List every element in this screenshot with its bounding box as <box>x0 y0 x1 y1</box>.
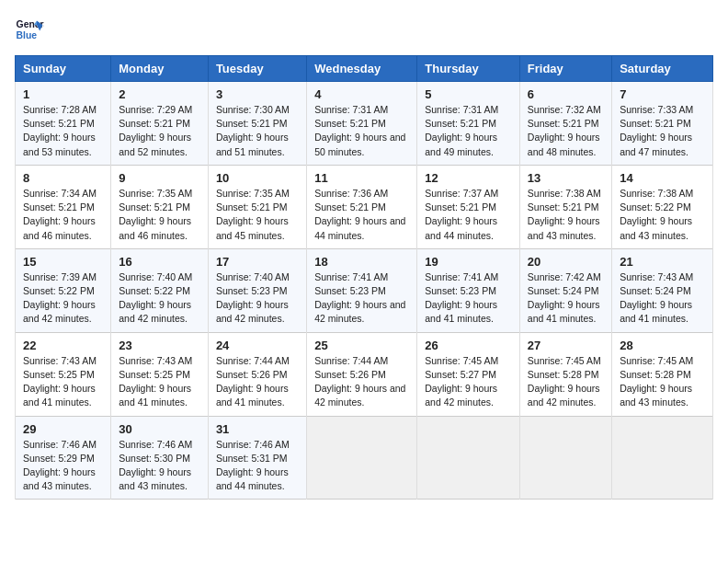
day-number: 7 <box>620 87 705 101</box>
day-info: Sunrise: 7:43 AMSunset: 5:25 PMDaylight:… <box>23 354 103 410</box>
day-info: Sunrise: 7:43 AMSunset: 5:24 PMDaylight:… <box>620 270 705 327</box>
day-number: 24 <box>216 339 299 352</box>
day-number: 17 <box>216 255 299 269</box>
col-header-saturday: Saturday <box>612 56 713 82</box>
day-number: 30 <box>119 422 200 436</box>
day-number: 28 <box>620 339 705 352</box>
day-info: Sunrise: 7:45 AMSunset: 5:27 PMDaylight:… <box>425 354 512 410</box>
calendar-cell: 19Sunrise: 7:41 AMSunset: 5:23 PMDayligh… <box>417 248 520 332</box>
col-header-thursday: Thursday <box>417 56 520 82</box>
day-info: Sunrise: 7:38 AMSunset: 5:21 PMDaylight:… <box>528 187 604 243</box>
day-number: 5 <box>425 87 512 101</box>
day-number: 18 <box>314 255 409 269</box>
day-info: Sunrise: 7:46 AMSunset: 5:31 PMDaylight:… <box>216 438 299 494</box>
day-info: Sunrise: 7:45 AMSunset: 5:28 PMDaylight:… <box>528 354 604 410</box>
calendar-cell <box>417 416 520 500</box>
day-number: 6 <box>528 87 604 101</box>
logo-icon: General Blue <box>15 15 44 44</box>
calendar-cell <box>612 416 713 500</box>
day-info: Sunrise: 7:46 AMSunset: 5:30 PMDaylight:… <box>119 438 200 494</box>
col-header-monday: Monday <box>111 56 209 82</box>
day-info: Sunrise: 7:36 AMSunset: 5:21 PMDaylight:… <box>314 187 409 243</box>
day-info: Sunrise: 7:28 AMSunset: 5:21 PMDaylight:… <box>23 103 103 159</box>
day-info: Sunrise: 7:40 AMSunset: 5:22 PMDaylight:… <box>119 270 200 327</box>
day-number: 23 <box>119 339 200 352</box>
day-number: 15 <box>23 255 103 269</box>
calendar-cell: 10Sunrise: 7:35 AMSunset: 5:21 PMDayligh… <box>208 165 306 248</box>
calendar-cell: 29Sunrise: 7:46 AMSunset: 5:29 PMDayligh… <box>16 416 111 500</box>
day-number: 3 <box>216 87 299 101</box>
calendar-cell: 20Sunrise: 7:42 AMSunset: 5:24 PMDayligh… <box>519 248 611 332</box>
day-number: 16 <box>119 255 200 269</box>
day-number: 20 <box>528 255 604 269</box>
day-number: 11 <box>314 171 409 185</box>
day-number: 22 <box>23 339 103 352</box>
calendar-cell: 9Sunrise: 7:35 AMSunset: 5:21 PMDaylight… <box>111 165 209 248</box>
calendar-cell: 11Sunrise: 7:36 AMSunset: 5:21 PMDayligh… <box>307 165 417 248</box>
day-info: Sunrise: 7:40 AMSunset: 5:23 PMDaylight:… <box>216 270 299 327</box>
day-number: 31 <box>216 422 299 436</box>
calendar-cell: 5Sunrise: 7:31 AMSunset: 5:21 PMDaylight… <box>417 82 520 166</box>
day-info: Sunrise: 7:39 AMSunset: 5:22 PMDaylight:… <box>23 270 103 327</box>
calendar-cell: 3Sunrise: 7:30 AMSunset: 5:21 PMDaylight… <box>208 82 306 166</box>
day-info: Sunrise: 7:35 AMSunset: 5:21 PMDaylight:… <box>216 187 299 243</box>
calendar-cell: 4Sunrise: 7:31 AMSunset: 5:21 PMDaylight… <box>307 82 417 166</box>
calendar-cell: 25Sunrise: 7:44 AMSunset: 5:26 PMDayligh… <box>307 332 417 416</box>
day-number: 1 <box>23 87 103 101</box>
day-info: Sunrise: 7:35 AMSunset: 5:21 PMDaylight:… <box>119 187 200 243</box>
calendar-cell: 7Sunrise: 7:33 AMSunset: 5:21 PMDaylight… <box>612 82 713 166</box>
day-number: 14 <box>620 171 705 185</box>
calendar-cell: 24Sunrise: 7:44 AMSunset: 5:26 PMDayligh… <box>208 332 306 416</box>
day-number: 21 <box>620 255 705 269</box>
day-number: 9 <box>119 171 200 185</box>
day-number: 25 <box>314 339 409 352</box>
calendar-cell: 26Sunrise: 7:45 AMSunset: 5:27 PMDayligh… <box>417 332 520 416</box>
day-info: Sunrise: 7:44 AMSunset: 5:26 PMDaylight:… <box>314 354 409 410</box>
calendar-cell: 27Sunrise: 7:45 AMSunset: 5:28 PMDayligh… <box>519 332 611 416</box>
col-header-friday: Friday <box>519 56 611 82</box>
calendar-cell: 1Sunrise: 7:28 AMSunset: 5:21 PMDaylight… <box>16 82 111 166</box>
day-number: 27 <box>528 339 604 352</box>
day-info: Sunrise: 7:34 AMSunset: 5:21 PMDaylight:… <box>23 187 103 243</box>
calendar-cell: 2Sunrise: 7:29 AMSunset: 5:21 PMDaylight… <box>111 82 209 166</box>
day-info: Sunrise: 7:41 AMSunset: 5:23 PMDaylight:… <box>314 270 409 327</box>
day-info: Sunrise: 7:30 AMSunset: 5:21 PMDaylight:… <box>216 103 299 159</box>
calendar-cell: 12Sunrise: 7:37 AMSunset: 5:21 PMDayligh… <box>417 165 520 248</box>
day-info: Sunrise: 7:33 AMSunset: 5:21 PMDaylight:… <box>620 103 705 159</box>
calendar-cell: 30Sunrise: 7:46 AMSunset: 5:30 PMDayligh… <box>111 416 209 500</box>
calendar-cell: 28Sunrise: 7:45 AMSunset: 5:28 PMDayligh… <box>612 332 713 416</box>
logo: General Blue <box>15 15 51 44</box>
day-info: Sunrise: 7:29 AMSunset: 5:21 PMDaylight:… <box>119 103 200 159</box>
calendar-cell: 6Sunrise: 7:32 AMSunset: 5:21 PMDaylight… <box>519 82 611 166</box>
calendar-cell: 23Sunrise: 7:43 AMSunset: 5:25 PMDayligh… <box>111 332 209 416</box>
calendar-week-1: 1Sunrise: 7:28 AMSunset: 5:21 PMDaylight… <box>16 82 713 166</box>
calendar-cell: 17Sunrise: 7:40 AMSunset: 5:23 PMDayligh… <box>208 248 306 332</box>
calendar-cell: 8Sunrise: 7:34 AMSunset: 5:21 PMDaylight… <box>16 165 111 248</box>
day-info: Sunrise: 7:45 AMSunset: 5:28 PMDaylight:… <box>620 354 705 410</box>
calendar-cell: 15Sunrise: 7:39 AMSunset: 5:22 PMDayligh… <box>16 248 111 332</box>
col-header-sunday: Sunday <box>16 56 111 82</box>
day-number: 2 <box>119 87 200 101</box>
calendar-cell: 21Sunrise: 7:43 AMSunset: 5:24 PMDayligh… <box>612 248 713 332</box>
day-info: Sunrise: 7:37 AMSunset: 5:21 PMDaylight:… <box>425 187 512 243</box>
calendar-week-2: 8Sunrise: 7:34 AMSunset: 5:21 PMDaylight… <box>16 165 713 248</box>
header-row: SundayMondayTuesdayWednesdayThursdayFrid… <box>16 56 713 82</box>
day-info: Sunrise: 7:42 AMSunset: 5:24 PMDaylight:… <box>528 270 604 327</box>
day-number: 12 <box>425 171 512 185</box>
col-header-tuesday: Tuesday <box>208 56 306 82</box>
calendar-cell: 16Sunrise: 7:40 AMSunset: 5:22 PMDayligh… <box>111 248 209 332</box>
day-info: Sunrise: 7:44 AMSunset: 5:26 PMDaylight:… <box>216 354 299 410</box>
svg-text:Blue: Blue <box>17 30 38 40</box>
calendar-cell: 13Sunrise: 7:38 AMSunset: 5:21 PMDayligh… <box>519 165 611 248</box>
day-info: Sunrise: 7:32 AMSunset: 5:21 PMDaylight:… <box>528 103 604 159</box>
day-info: Sunrise: 7:46 AMSunset: 5:29 PMDaylight:… <box>23 438 103 494</box>
calendar-table: SundayMondayTuesdayWednesdayThursdayFrid… <box>15 55 713 500</box>
calendar-cell <box>519 416 611 500</box>
day-number: 26 <box>425 339 512 352</box>
day-info: Sunrise: 7:31 AMSunset: 5:21 PMDaylight:… <box>314 103 409 159</box>
col-header-wednesday: Wednesday <box>307 56 417 82</box>
day-info: Sunrise: 7:38 AMSunset: 5:22 PMDaylight:… <box>620 187 705 243</box>
day-number: 10 <box>216 171 299 185</box>
calendar-cell: 31Sunrise: 7:46 AMSunset: 5:31 PMDayligh… <box>208 416 306 500</box>
page-header: General Blue <box>15 15 713 44</box>
